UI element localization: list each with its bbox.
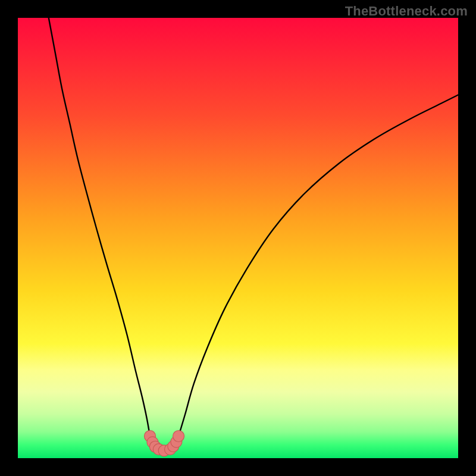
boundary-marker — [173, 431, 184, 442]
chart-frame: TheBottleneck.com — [0, 0, 476, 476]
plot-area — [18, 18, 458, 458]
gradient-background — [18, 18, 458, 458]
plot-svg — [18, 18, 458, 458]
watermark-text: TheBottleneck.com — [345, 4, 468, 19]
